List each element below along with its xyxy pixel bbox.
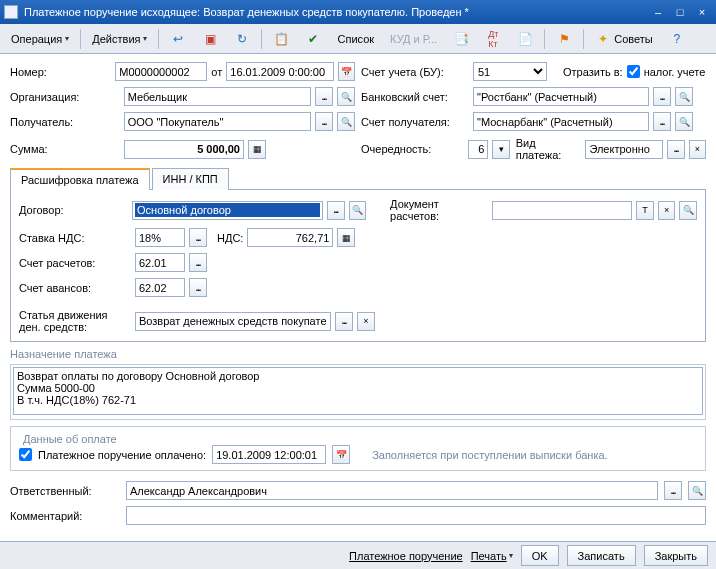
actions-menu[interactable]: Действия▾ [85, 28, 154, 50]
doc-lookup-icon[interactable]: 🔍 [679, 201, 697, 220]
bank-input[interactable] [473, 87, 649, 106]
adv-acc-input[interactable] [135, 278, 185, 297]
nalog-label: налог. учете [644, 66, 706, 78]
contract-label: Договор: [19, 204, 128, 216]
recip-acc-input[interactable] [473, 112, 649, 131]
bank-lookup-icon[interactable]: 🔍 [675, 87, 693, 106]
ok-button[interactable]: OK [521, 545, 559, 566]
copy-icon[interactable]: 📋 [266, 28, 296, 50]
print-button[interactable]: Печать [471, 550, 507, 562]
flow-clear-icon[interactable]: × [357, 312, 375, 331]
tab-pane: Договор: Основной договор ... 🔍 Документ… [10, 190, 706, 342]
vat-rate-input[interactable] [135, 228, 185, 247]
window-title: Платежное поручение исходящее: Возврат д… [24, 6, 646, 18]
recip-acc-lookup-icon[interactable]: 🔍 [675, 112, 693, 131]
paytype-input[interactable] [585, 140, 663, 159]
paytype-dots-button[interactable]: ... [667, 140, 684, 159]
vat-input[interactable] [247, 228, 333, 247]
comment-input[interactable] [126, 506, 706, 525]
refresh-icon[interactable]: ↻ [227, 28, 257, 50]
resp-input[interactable] [126, 481, 658, 500]
minimize-button[interactable]: – [648, 3, 668, 21]
dbcr-icon[interactable]: 📑 [446, 28, 476, 50]
form-icon[interactable]: ▣ [195, 28, 225, 50]
dtdot-icon[interactable]: ДтКт [478, 28, 508, 50]
purpose-textarea[interactable]: Возврат оплаты по договору Основной дого… [13, 367, 703, 415]
date-input[interactable] [226, 62, 334, 81]
doc-icon[interactable]: 📄 [510, 28, 540, 50]
vat-calc-icon[interactable]: ▦ [337, 228, 355, 247]
paid-date-input[interactable] [212, 445, 326, 464]
org-label: Организация: [10, 91, 120, 103]
vat-rate-dots-button[interactable]: ... [189, 228, 207, 247]
purpose-title: Назначение платежа [10, 348, 706, 360]
seq-spinner-icon[interactable]: ▾ [492, 140, 509, 159]
payment-group: Данные об оплате Платежное поручение опл… [10, 426, 706, 471]
list-button[interactable]: Список [330, 28, 381, 50]
recip-dots-button[interactable]: ... [315, 112, 333, 131]
bottom-bar: Платежное поручение Печать▾ OK Записать … [0, 541, 716, 569]
flow-dots-button[interactable]: ... [335, 312, 353, 331]
sum-label: Сумма: [10, 143, 120, 155]
ot-label: от [211, 66, 222, 78]
close-window-button[interactable]: × [692, 3, 712, 21]
nalog-checkbox[interactable] [627, 65, 640, 78]
recip-input[interactable] [124, 112, 311, 131]
kudir-button[interactable]: КУД и Р... [383, 28, 444, 50]
back-icon[interactable]: ↩ [163, 28, 193, 50]
calc-acc-dots-button[interactable]: ... [189, 253, 207, 272]
sum-calc-icon[interactable]: ▦ [248, 140, 266, 159]
number-label: Номер: [10, 66, 111, 78]
recip-lookup-icon[interactable]: 🔍 [337, 112, 355, 131]
number-input[interactable] [115, 62, 207, 81]
doc-label: Документ расчетов: [390, 198, 488, 222]
contract-lookup-icon[interactable]: 🔍 [349, 201, 367, 220]
resp-label: Ответственный: [10, 485, 120, 497]
paid-hint: Заполняется при поступлении выписки банк… [372, 449, 607, 461]
paid-calendar-icon[interactable]: 📅 [332, 445, 350, 464]
doc-t-button[interactable]: T [636, 201, 654, 220]
sum-input[interactable] [124, 140, 244, 159]
po-link[interactable]: Платежное поручение [349, 550, 463, 562]
toolbar: Операция▾ Действия▾ ↩ ▣ ↻ 📋 ✔ Список КУД… [0, 24, 716, 54]
flow-label-1: Статья движения [19, 309, 131, 321]
calc-acc-label: Счет расчетов: [19, 257, 131, 269]
doc-clear-icon[interactable]: × [658, 201, 676, 220]
comment-label: Комментарий: [10, 510, 120, 522]
paytype-clear-icon[interactable]: × [689, 140, 706, 159]
doc-input[interactable] [492, 201, 632, 220]
tabs: Расшифровка платежа ИНН / КПП [10, 167, 706, 190]
account-bu-label: Счет учета (БУ): [361, 66, 469, 78]
contract-input[interactable]: Основной договор [132, 201, 323, 220]
flow-input[interactable] [135, 312, 331, 331]
recip-acc-dots-button[interactable]: ... [653, 112, 671, 131]
resp-dots-button[interactable]: ... [664, 481, 682, 500]
adv-acc-label: Счет авансов: [19, 282, 131, 294]
calendar-icon[interactable]: 📅 [338, 62, 355, 81]
vat-label: НДС: [217, 232, 243, 244]
org-lookup-icon[interactable]: 🔍 [337, 87, 355, 106]
seq-input[interactable] [468, 140, 488, 159]
reflect-label: Отразить в: [563, 66, 623, 78]
advice-button[interactable]: ✦Советы [588, 28, 659, 50]
bank-dots-button[interactable]: ... [653, 87, 671, 106]
flag-icon[interactable]: ⚑ [549, 28, 579, 50]
help-icon[interactable]: ? [662, 28, 692, 50]
org-input[interactable] [124, 87, 311, 106]
org-dots-button[interactable]: ... [315, 87, 333, 106]
calc-acc-input[interactable] [135, 253, 185, 272]
account-bu-select[interactable]: 51 [473, 62, 547, 81]
purpose-box: Возврат оплаты по договору Основной дого… [10, 364, 706, 420]
tab-inn-kpp[interactable]: ИНН / КПП [152, 168, 229, 190]
adv-acc-dots-button[interactable]: ... [189, 278, 207, 297]
post-icon[interactable]: ✔ [298, 28, 328, 50]
title-bar: Платежное поручение исходящее: Возврат д… [0, 0, 716, 24]
save-button[interactable]: Записать [567, 545, 636, 566]
maximize-button[interactable]: □ [670, 3, 690, 21]
contract-dots-button[interactable]: ... [327, 201, 345, 220]
close-button[interactable]: Закрыть [644, 545, 708, 566]
tab-detail[interactable]: Расшифровка платежа [10, 168, 150, 190]
paid-checkbox[interactable] [19, 448, 32, 461]
operation-menu[interactable]: Операция▾ [4, 28, 76, 50]
resp-lookup-icon[interactable]: 🔍 [688, 481, 706, 500]
